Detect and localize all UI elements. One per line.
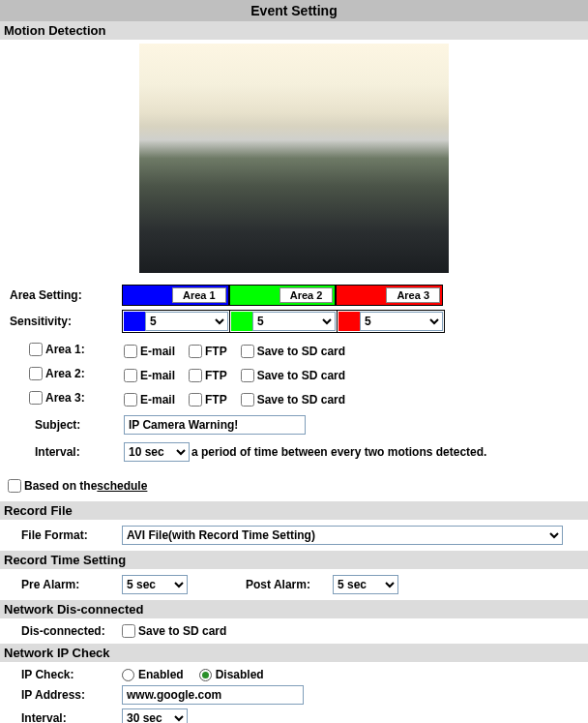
ipcheck-interval-select[interactable]: 30 sec xyxy=(122,708,188,723)
ip-address-input[interactable] xyxy=(122,685,304,705)
motion-detection-header: Motion Detection xyxy=(0,21,588,40)
disabled-label: Disabled xyxy=(216,668,264,681)
area-2-row-label: Area 2: xyxy=(45,367,85,380)
area-3-email-label: E-mail xyxy=(140,393,175,407)
area-3-email-checkbox[interactable] xyxy=(124,393,137,407)
record-file-header: Record File xyxy=(0,501,588,520)
area-3-sd-checkbox[interactable] xyxy=(241,393,254,407)
ipcheck-interval-label: Interval: xyxy=(6,711,122,723)
interval-label: Interval: xyxy=(8,445,124,459)
disconnected-sd-checkbox[interactable] xyxy=(122,624,135,638)
area-1-email-label: E-mail xyxy=(140,345,175,358)
sensitivity-label: Sensitivity: xyxy=(6,315,122,328)
area-3-button[interactable]: Area 3 xyxy=(386,287,440,303)
area-2-color-cell: Area 2 xyxy=(229,285,337,306)
area-2-sd-checkbox[interactable] xyxy=(241,369,254,382)
swatch-green xyxy=(231,312,252,331)
camera-preview xyxy=(139,44,449,273)
area-3-row-label: Area 3: xyxy=(45,391,85,405)
area-1-ftp-label: FTP xyxy=(205,345,227,358)
swatch-blue xyxy=(124,312,145,331)
sensitivity-1-select[interactable]: 5 xyxy=(145,312,228,331)
area-setting-label: Area Setting: xyxy=(6,288,122,302)
area-2-enable-checkbox[interactable] xyxy=(29,367,43,380)
ipcheck-enabled-radio[interactable]: Enabled xyxy=(122,668,184,681)
swatch-red xyxy=(338,312,360,331)
file-format-select[interactable]: AVI File(with Record Time Setting) xyxy=(122,526,563,545)
pre-alarm-label: Pre Alarm: xyxy=(6,578,122,591)
post-alarm-label: Post Alarm: xyxy=(246,578,333,591)
disconnected-sd-label: Save to SD card xyxy=(138,624,226,638)
area-1-email-checkbox[interactable] xyxy=(124,345,137,358)
network-disconnected-header: Network Dis-connected xyxy=(0,600,588,618)
area-3-ftp-checkbox[interactable] xyxy=(189,393,202,407)
area-2-sd-label: Save to SD card xyxy=(257,369,345,382)
schedule-link[interactable]: schedule xyxy=(97,479,147,493)
area-2-email-checkbox[interactable] xyxy=(124,369,137,382)
area-3-enable-checkbox[interactable] xyxy=(29,391,43,405)
area-2-email-label: E-mail xyxy=(140,369,175,382)
radio-selected-icon xyxy=(199,669,212,681)
record-time-header: Record Time Setting xyxy=(0,551,588,569)
area-1-row-label: Area 1: xyxy=(45,343,85,356)
area-2-ftp-checkbox[interactable] xyxy=(189,369,202,382)
ipcheck-disabled-radio[interactable]: Disabled xyxy=(199,668,264,681)
preview-container xyxy=(0,40,588,279)
area-2-ftp-label: FTP xyxy=(205,369,227,382)
area-1-color-cell: Area 1 xyxy=(122,285,229,306)
based-on-schedule-checkbox[interactable] xyxy=(8,479,21,493)
ip-address-label: IP Address: xyxy=(6,688,122,702)
pre-alarm-select[interactable]: 5 sec xyxy=(122,575,188,594)
area-1-enable-checkbox[interactable] xyxy=(29,343,43,356)
page-title: Event Setting xyxy=(0,0,588,21)
interval-select[interactable]: 10 sec xyxy=(124,442,190,462)
sensitivity-2-select[interactable]: 5 xyxy=(252,312,336,331)
enabled-label: Enabled xyxy=(138,668,184,681)
sensitivity-3-block: 5 xyxy=(338,310,445,333)
interval-hint: a period of time between every two motio… xyxy=(191,445,486,459)
area-3-ftp-label: FTP xyxy=(205,393,227,407)
sensitivity-2-block: 5 xyxy=(230,310,338,333)
radio-icon xyxy=(122,669,134,681)
area-1-ftp-checkbox[interactable] xyxy=(189,345,202,358)
network-ipcheck-header: Network IP Check xyxy=(0,644,588,662)
area-1-button[interactable]: Area 1 xyxy=(172,287,226,303)
area-2-button[interactable]: Area 2 xyxy=(279,287,334,303)
disconnected-label: Dis-connected: xyxy=(6,624,122,638)
subject-label: Subject: xyxy=(8,418,124,432)
based-on-prefix: Based on the xyxy=(24,479,97,493)
subject-input[interactable] xyxy=(124,415,306,435)
area-3-sd-label: Save to SD card xyxy=(257,393,345,407)
area-1-sd-checkbox[interactable] xyxy=(241,345,254,358)
post-alarm-select[interactable]: 5 sec xyxy=(333,575,398,594)
area-3-color-cell: Area 3 xyxy=(336,285,443,306)
sensitivity-3-select[interactable]: 5 xyxy=(360,312,443,331)
sensitivity-1-block: 5 xyxy=(122,310,230,333)
ipcheck-label: IP Check: xyxy=(6,668,122,681)
area-1-sd-label: Save to SD card xyxy=(257,345,345,358)
file-format-label: File Format: xyxy=(6,528,122,542)
